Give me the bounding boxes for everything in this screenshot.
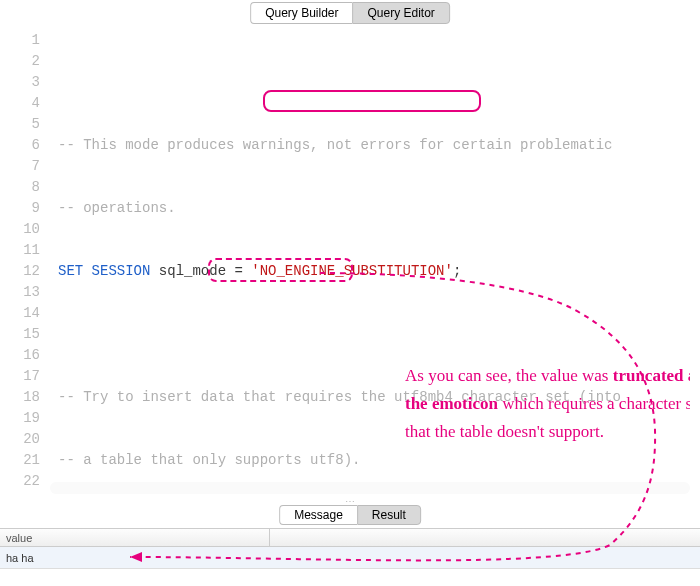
line-number: 2 xyxy=(10,51,40,72)
line-number: 20 xyxy=(10,429,40,450)
line-number: 6 xyxy=(10,135,40,156)
result-cell-value[interactable]: ha ha xyxy=(0,547,270,568)
line-number: 18 xyxy=(10,387,40,408)
line-number: 7 xyxy=(10,156,40,177)
line-number: 19 xyxy=(10,408,40,429)
code-area[interactable]: -- This mode produces warnings, not erro… xyxy=(50,26,690,494)
annotation-text: As you can see, the value was truncated … xyxy=(405,362,690,446)
result-column-header[interactable]: value xyxy=(0,529,270,546)
line-number: 17 xyxy=(10,366,40,387)
horizontal-scrollbar[interactable] xyxy=(50,482,690,494)
result-header-row: value xyxy=(0,529,700,547)
code-editor[interactable]: 12345678910111213141516171819202122 -- T… xyxy=(10,26,690,494)
highlight-sql-mode xyxy=(263,90,481,112)
line-number-gutter: 12345678910111213141516171819202122 xyxy=(10,26,50,494)
line-number: 13 xyxy=(10,282,40,303)
line-number: 22 xyxy=(10,471,40,492)
result-table: value ha ha xyxy=(0,528,700,586)
line-number: 1 xyxy=(10,30,40,51)
line-number: 10 xyxy=(10,219,40,240)
result-tab-bar: Message Result xyxy=(279,505,421,525)
tab-query-builder[interactable]: Query Builder xyxy=(250,2,352,24)
line-number: 9 xyxy=(10,198,40,219)
top-tab-bar: Query Builder Query Editor xyxy=(250,2,450,24)
line-number: 14 xyxy=(10,303,40,324)
line-number: 3 xyxy=(10,72,40,93)
line-number: 5 xyxy=(10,114,40,135)
tab-message[interactable]: Message xyxy=(279,505,357,525)
line-number: 8 xyxy=(10,177,40,198)
tab-result[interactable]: Result xyxy=(357,505,421,525)
line-number: 21 xyxy=(10,450,40,471)
line-number: 12 xyxy=(10,261,40,282)
line-number: 4 xyxy=(10,93,40,114)
line-number: 16 xyxy=(10,345,40,366)
line-number: 11 xyxy=(10,240,40,261)
result-row[interactable]: ha ha xyxy=(0,547,700,569)
tab-query-editor[interactable]: Query Editor xyxy=(353,2,450,24)
line-number: 15 xyxy=(10,324,40,345)
